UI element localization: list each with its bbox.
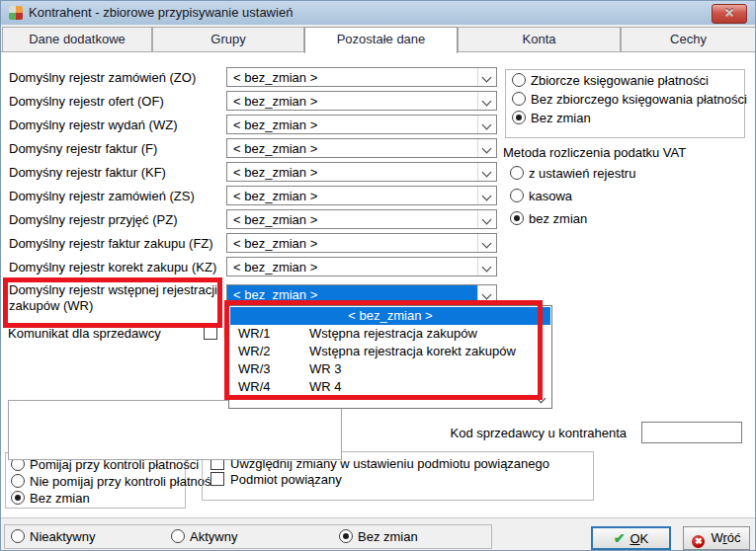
- radio-icon: [11, 529, 25, 543]
- bottom-bar: Nieaktywny Aktywny Bez zmian ✔OK ✖Wróć: [1, 517, 756, 551]
- combo-rejestr-wz[interactable]: < bez_zmian >: [226, 115, 497, 134]
- dropdown-item-wr3[interactable]: WR/3WR 3: [230, 360, 550, 378]
- tab-grupy[interactable]: Grupy: [152, 27, 304, 51]
- tab-pozostale-dane[interactable]: Pozostałe dane: [304, 27, 458, 53]
- title-bar: Kontrahent - zbiorowe przypisywanie usta…: [1, 1, 756, 25]
- radio-icon: [339, 529, 353, 543]
- label-rejestr-kz: Domyślny rejestr korekt zakupu (KZ): [9, 260, 216, 275]
- radio-icon: [512, 92, 526, 106]
- combo-rejestr-wr[interactable]: < bez_zmian >: [226, 284, 497, 304]
- back-button[interactable]: ✖Wróć: [683, 526, 750, 550]
- close-button[interactable]: ✕: [712, 4, 747, 24]
- radio-icon: [171, 529, 185, 543]
- chevron-down-icon: [477, 139, 496, 157]
- combo-rejestr-fz[interactable]: < bez_zmian >: [226, 233, 497, 253]
- chevron-down-icon: [477, 210, 496, 228]
- radio-posting-bez-zmian[interactable]: Bez zmian: [512, 111, 591, 125]
- chevron-down-icon: [477, 163, 496, 181]
- seller-code-label: Kod sprzedawcy u kontrahenta: [429, 426, 627, 440]
- label-rejestr-kf: Domyśny rejestr faktur (KF): [9, 165, 166, 180]
- combo-rejestr-of[interactable]: < bez_zmian >: [226, 91, 497, 111]
- radio-icon: [512, 111, 526, 124]
- label-rejestr-f: Domyśny rejestr faktur (F): [9, 141, 157, 156]
- label-rejestr-zs: Domyślny rejestr zamówień (ZS): [9, 189, 195, 203]
- label-rejestr-fz: Domyślny rejestr faktur zakupu (FZ): [9, 236, 213, 251]
- radio-bez-zbiorczego[interactable]: Bez zbiorczego księgowania płatności: [512, 92, 747, 107]
- chevron-down-icon: [477, 116, 496, 133]
- vat-section-title: Metoda rozliczenia podatku VAT: [503, 145, 686, 160]
- chevron-down-icon: [477, 285, 496, 303]
- check-icon: ✔: [614, 530, 626, 546]
- dropdown-item-bez-zmian[interactable]: < bez_zmian >: [230, 307, 550, 325]
- radio-vat-z-ustawien[interactable]: z ustawień rejestru: [510, 166, 635, 181]
- label-rejestr-wr-line1: Domyślny rejestr wstępnej rejestracji: [9, 282, 217, 297]
- combo-rejestr-zo[interactable]: < bez_zmian >: [226, 67, 497, 87]
- combo-rejestr-zs[interactable]: < bez_zmian >: [226, 186, 497, 205]
- checkbox-icon: [210, 472, 224, 486]
- combo-rejestr-kf[interactable]: < bez_zmian >: [226, 162, 497, 182]
- radio-icon: [11, 474, 25, 488]
- checkbox-icon: [204, 326, 217, 340]
- dropdown-item-wr2[interactable]: WR/2Wstępna rejestracja korekt zakupów: [230, 343, 550, 360]
- radio-icon: [510, 189, 524, 202]
- ok-button[interactable]: ✔OK: [591, 526, 671, 550]
- label-rejestr-zo: Domyślny rejestr zamówień (ZO): [9, 70, 196, 85]
- dialog-window: Kontrahent - zbiorowe przypisywanie usta…: [0, 0, 756, 551]
- tab-cechy[interactable]: Cechy: [621, 27, 756, 51]
- combo-rejestr-pz[interactable]: < bez_zmian >: [226, 209, 497, 229]
- radio-aktywny[interactable]: Aktywny: [171, 529, 237, 544]
- radio-icon: [11, 491, 25, 505]
- chevron-down-icon: [477, 68, 496, 86]
- label-rejestr-wr-line2: zakupów (WR): [9, 298, 93, 313]
- cancel-icon: ✖: [692, 535, 705, 548]
- close-icon: ✕: [724, 6, 734, 20]
- label-rejestr-wz: Domyślny rejestr wydań (WZ): [9, 118, 177, 132]
- chevron-down-icon: [477, 187, 496, 204]
- chevron-down-icon: [477, 92, 496, 110]
- radio-vat-kasowa[interactable]: kasowa: [510, 189, 572, 203]
- checkbox-podmiot-powiazany[interactable]: Podmiot powiązany: [210, 472, 342, 487]
- radio-nieaktywny[interactable]: Nieaktywny: [11, 529, 95, 544]
- tab-bar: Dane dodatkowe Grupy Pozostałe dane Kont…: [1, 26, 756, 52]
- radio-icon: [510, 166, 524, 180]
- radio-vat-bez-zmian[interactable]: bez zmian: [510, 211, 587, 226]
- radio-zbiorcze-ksiegowanie[interactable]: Zbiorcze księgowanie płatności: [512, 73, 709, 88]
- seller-message-textarea[interactable]: [8, 400, 342, 460]
- seller-message-label: Komunikat dla sprzedawcy: [8, 326, 161, 341]
- window-title: Kontrahent - zbiorowe przypisywanie usta…: [29, 5, 293, 20]
- wr-dropdown-list: < bez_zmian > WR/1Wstępna rejestracja za…: [228, 305, 552, 409]
- radio-icon: [512, 73, 526, 87]
- radio-nie-pomijaj[interactable]: Nie pomijaj przy kontroli płatności: [11, 474, 220, 489]
- radio-icon: [510, 211, 524, 225]
- radio-status-bez-zmian[interactable]: Bez zmian: [339, 529, 418, 544]
- chevron-down-icon: [477, 258, 496, 276]
- tab-page-pozostale-dane: Domyślny rejestr zamówień (ZO) < bez_zmi…: [1, 51, 756, 517]
- seller-code-input[interactable]: [641, 422, 742, 443]
- dropdown-item-wr4[interactable]: WR/4WR 4: [230, 378, 550, 396]
- dropdown-item-wr1[interactable]: WR/1Wstępna rejestracja zakupów: [230, 325, 550, 343]
- combo-rejestr-f[interactable]: < bez_zmian >: [226, 138, 497, 158]
- label-rejestr-pz: Domyślny rejestr przyjęć (PZ): [9, 212, 177, 227]
- scroll-down-icon[interactable]: [535, 395, 546, 405]
- tab-dane-dodatkowe[interactable]: Dane dodatkowe: [2, 27, 152, 51]
- app-icon: [9, 6, 23, 20]
- combo-rejestr-kz[interactable]: < bez_zmian >: [226, 257, 497, 276]
- label-rejestr-of: Domyślny rejestr ofert (OF): [9, 94, 164, 109]
- tab-konta[interactable]: Konta: [458, 27, 621, 51]
- radio-kontrola-bez-zmian[interactable]: Bez zmian: [11, 491, 90, 506]
- chevron-down-icon: [477, 234, 496, 252]
